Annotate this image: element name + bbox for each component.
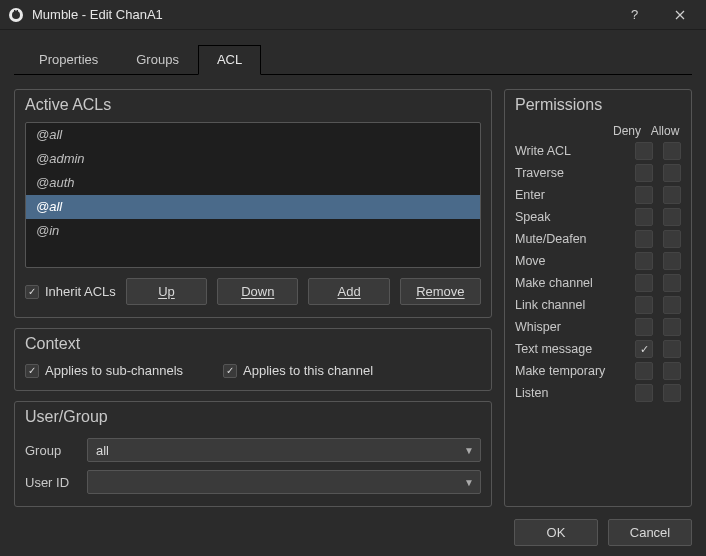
applies-sub-checkbox[interactable]: ✓ Applies to sub-channels bbox=[25, 363, 183, 378]
permission-label: Write ACL bbox=[515, 144, 625, 158]
permission-row: Whisper bbox=[515, 318, 681, 336]
ok-button[interactable]: OK bbox=[514, 519, 598, 546]
group-combo[interactable]: all ▼ bbox=[87, 438, 481, 462]
permission-deny-checkbox[interactable] bbox=[635, 252, 653, 270]
permission-row: Mute/Deafen bbox=[515, 230, 681, 248]
acl-list[interactable]: @all@admin@auth@all@in bbox=[25, 122, 481, 268]
permission-allow-checkbox[interactable] bbox=[663, 274, 681, 292]
deny-header: Deny bbox=[611, 124, 643, 138]
permission-allow-checkbox[interactable] bbox=[663, 296, 681, 314]
chevron-down-icon: ▼ bbox=[464, 445, 474, 456]
permission-row: Make temporary bbox=[515, 362, 681, 380]
permission-allow-checkbox[interactable] bbox=[663, 164, 681, 182]
permission-deny-checkbox[interactable] bbox=[635, 384, 653, 402]
tab-groups[interactable]: Groups bbox=[117, 45, 198, 75]
acl-list-item[interactable]: @in bbox=[26, 219, 480, 243]
permission-allow-checkbox[interactable] bbox=[663, 186, 681, 204]
checkbox-icon: ✓ bbox=[25, 285, 39, 299]
permission-row: Traverse bbox=[515, 164, 681, 182]
allow-header: Allow bbox=[649, 124, 681, 138]
acl-list-item[interactable]: @all bbox=[26, 123, 480, 147]
window-title: Mumble - Edit ChanA1 bbox=[32, 7, 163, 22]
chevron-down-icon: ▼ bbox=[464, 477, 474, 488]
permission-label: Listen bbox=[515, 386, 625, 400]
permission-deny-checkbox[interactable] bbox=[635, 142, 653, 160]
permission-row: Text message✓ bbox=[515, 340, 681, 358]
inherit-acls-checkbox[interactable]: ✓ Inherit ACLs bbox=[25, 284, 116, 299]
svg-point-1 bbox=[12, 11, 20, 19]
user-id-label: User ID bbox=[25, 475, 77, 490]
acl-list-item[interactable]: @all bbox=[26, 195, 480, 219]
up-button[interactable]: Up bbox=[126, 278, 207, 305]
permission-label: Traverse bbox=[515, 166, 625, 180]
permission-allow-checkbox[interactable] bbox=[663, 142, 681, 160]
permission-allow-checkbox[interactable] bbox=[663, 230, 681, 248]
app-icon bbox=[8, 7, 24, 23]
active-acls-group: Active ACLs @all@admin@auth@all@in ✓ Inh… bbox=[14, 89, 492, 318]
permission-deny-checkbox[interactable] bbox=[635, 318, 653, 336]
permission-allow-checkbox[interactable] bbox=[663, 252, 681, 270]
acl-list-item[interactable]: @admin bbox=[26, 147, 480, 171]
permission-allow-checkbox[interactable] bbox=[663, 340, 681, 358]
permission-label: Link channel bbox=[515, 298, 625, 312]
permission-deny-checkbox[interactable] bbox=[635, 164, 653, 182]
applies-this-label: Applies to this channel bbox=[243, 363, 373, 378]
permission-deny-checkbox[interactable] bbox=[635, 208, 653, 226]
permission-label: Make temporary bbox=[515, 364, 625, 378]
group-combo-value: all bbox=[96, 443, 109, 458]
down-button[interactable]: Down bbox=[217, 278, 298, 305]
permission-deny-checkbox[interactable] bbox=[635, 362, 653, 380]
permission-row: Enter bbox=[515, 186, 681, 204]
remove-button[interactable]: Remove bbox=[400, 278, 481, 305]
permission-label: Make channel bbox=[515, 276, 625, 290]
permission-label: Mute/Deafen bbox=[515, 232, 625, 246]
group-label: Group bbox=[25, 443, 77, 458]
active-acls-title: Active ACLs bbox=[25, 96, 481, 114]
inherit-acls-label: Inherit ACLs bbox=[45, 284, 116, 299]
add-button[interactable]: Add bbox=[308, 278, 389, 305]
permission-label: Speak bbox=[515, 210, 625, 224]
context-title: Context bbox=[25, 335, 481, 353]
permission-label: Enter bbox=[515, 188, 625, 202]
permission-row: Write ACL bbox=[515, 142, 681, 160]
permission-allow-checkbox[interactable] bbox=[663, 384, 681, 402]
applies-sub-label: Applies to sub-channels bbox=[45, 363, 183, 378]
tab-properties[interactable]: Properties bbox=[20, 45, 117, 75]
permission-deny-checkbox[interactable]: ✓ bbox=[635, 340, 653, 358]
user-id-combo[interactable]: ▼ bbox=[87, 470, 481, 494]
permission-deny-checkbox[interactable] bbox=[635, 296, 653, 314]
permission-label: Move bbox=[515, 254, 625, 268]
permission-row: Link channel bbox=[515, 296, 681, 314]
titlebar: Mumble - Edit ChanA1 ? bbox=[0, 0, 706, 30]
permission-row: Move bbox=[515, 252, 681, 270]
permission-row: Speak bbox=[515, 208, 681, 226]
permission-allow-checkbox[interactable] bbox=[663, 208, 681, 226]
permission-deny-checkbox[interactable] bbox=[635, 186, 653, 204]
checkbox-icon: ✓ bbox=[223, 364, 237, 378]
tab-acl[interactable]: ACL bbox=[198, 45, 261, 75]
tab-bar: Properties Groups ACL bbox=[14, 44, 692, 75]
context-group: Context ✓ Applies to sub-channels ✓ Appl… bbox=[14, 328, 492, 391]
close-button[interactable] bbox=[657, 0, 702, 30]
acl-list-item[interactable]: @auth bbox=[26, 171, 480, 195]
permission-allow-checkbox[interactable] bbox=[663, 362, 681, 380]
permission-deny-checkbox[interactable] bbox=[635, 274, 653, 292]
user-group-group: User/Group Group all ▼ User ID ▼ bbox=[14, 401, 492, 507]
permissions-group: Permissions Deny Allow Write ACLTraverse… bbox=[504, 89, 692, 507]
permissions-title: Permissions bbox=[515, 96, 681, 114]
cancel-button[interactable]: Cancel bbox=[608, 519, 692, 546]
checkbox-icon: ✓ bbox=[25, 364, 39, 378]
permission-deny-checkbox[interactable] bbox=[635, 230, 653, 248]
permission-row: Listen bbox=[515, 384, 681, 402]
help-button[interactable]: ? bbox=[612, 0, 657, 30]
user-group-title: User/Group bbox=[25, 408, 481, 426]
applies-this-checkbox[interactable]: ✓ Applies to this channel bbox=[223, 363, 373, 378]
permission-label: Text message bbox=[515, 342, 625, 356]
svg-rect-2 bbox=[14, 10, 16, 14]
permission-allow-checkbox[interactable] bbox=[663, 318, 681, 336]
permission-row: Make channel bbox=[515, 274, 681, 292]
svg-rect-3 bbox=[17, 10, 19, 14]
permission-label: Whisper bbox=[515, 320, 625, 334]
